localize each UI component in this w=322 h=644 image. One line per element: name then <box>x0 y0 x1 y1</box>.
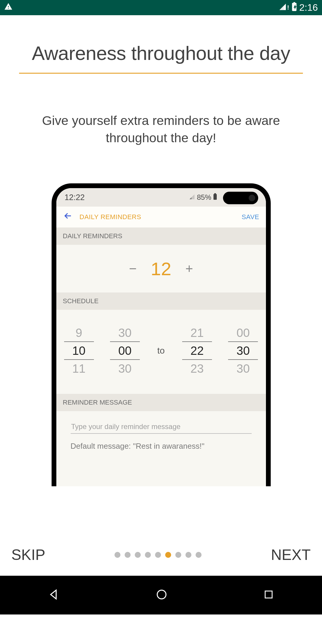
from-hour-picker[interactable]: 9 10 11 <box>64 324 94 377</box>
warning-icon <box>4 2 13 13</box>
battery-charging-icon <box>292 2 297 13</box>
skip-button[interactable]: SKIP <box>11 546 45 564</box>
title-underline <box>19 73 303 74</box>
svg-rect-1 <box>214 193 216 194</box>
increment-button[interactable]: + <box>183 261 195 276</box>
from-minute-picker[interactable]: 30 00 30 <box>110 324 140 377</box>
section-header-message: REMINDER MESSAGE <box>56 394 266 411</box>
reminder-message-input[interactable] <box>71 420 252 434</box>
android-status-bar: ! 2:16 <box>0 0 322 15</box>
page-indicator <box>114 552 202 558</box>
inner-status-time: 12:22 <box>65 193 85 202</box>
cell-signal-icon <box>279 3 287 13</box>
page-dot[interactable] <box>155 552 161 558</box>
inner-battery-percent: 85% <box>197 193 211 202</box>
section-header-schedule: SCHEDULE <box>56 292 266 310</box>
to-minute-picker[interactable]: 00 30 30 <box>228 324 258 377</box>
phone-mockup: 12:22 85% D <box>52 183 271 486</box>
nav-recent-icon[interactable] <box>263 589 275 602</box>
page-dot[interactable] <box>135 552 141 558</box>
svg-point-2 <box>157 590 166 599</box>
page-dot[interactable] <box>185 552 191 558</box>
to-hour-picker[interactable]: 21 22 23 <box>182 324 212 377</box>
back-arrow-icon[interactable] <box>63 211 73 223</box>
page-title: Awareness throughout the day <box>32 42 290 64</box>
nav-home-icon[interactable] <box>155 588 168 602</box>
inner-signal-icon <box>189 193 195 202</box>
camera-cutout <box>223 192 258 204</box>
page-subtitle: Give yourself extra reminders to be awar… <box>12 112 310 146</box>
app-bar-title: DAILY REMINDERS <box>80 213 242 221</box>
schedule-picker: 9 10 11 30 00 30 to 21 22 23 <box>56 310 266 394</box>
page-dot[interactable] <box>114 552 120 558</box>
reminder-count-value: 12 <box>151 258 171 279</box>
onboarding-page: Awareness throughout the day Give yourse… <box>0 15 322 576</box>
decrement-button[interactable]: − <box>127 261 139 276</box>
nav-back-icon[interactable] <box>47 588 61 602</box>
onboarding-controls: SKIP NEXT <box>0 534 322 576</box>
svg-rect-0 <box>213 194 217 200</box>
page-dot[interactable] <box>196 552 202 558</box>
page-dot[interactable] <box>125 552 131 558</box>
app-bar: DAILY REMINDERS SAVE <box>56 207 266 227</box>
status-bar-time: 2:16 <box>299 2 318 13</box>
default-message-text: Default message: "Rest in awaraness!" <box>71 442 252 451</box>
next-button[interactable]: NEXT <box>271 546 311 564</box>
svg-rect-3 <box>265 591 272 598</box>
page-dot[interactable] <box>145 552 151 558</box>
page-dot[interactable] <box>175 552 181 558</box>
reminder-count-row: − 12 + <box>56 245 266 292</box>
inner-battery-icon <box>213 193 217 202</box>
signal-alert-icon: ! <box>287 4 289 11</box>
page-dot[interactable] <box>165 552 171 558</box>
section-header-reminders: DAILY REMINDERS <box>56 227 266 245</box>
android-nav-bar <box>0 576 322 614</box>
save-button[interactable]: SAVE <box>242 213 259 221</box>
schedule-to-label: to <box>156 346 166 356</box>
